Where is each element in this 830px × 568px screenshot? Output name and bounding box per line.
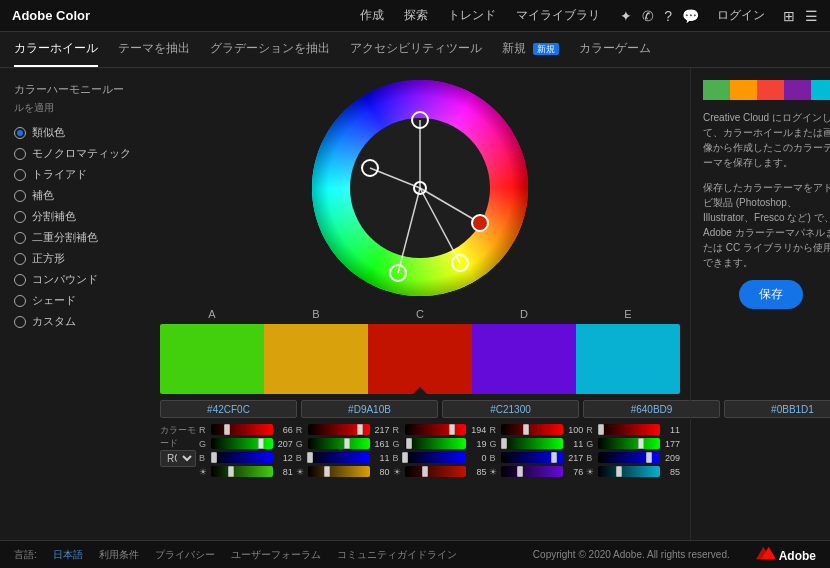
harmony-label: カラーハーモニールー	[14, 82, 136, 97]
radio-square[interactable]	[14, 253, 26, 265]
slider-track-0-0[interactable]	[211, 424, 273, 435]
radio-double-split[interactable]	[14, 232, 26, 244]
hex-input-a[interactable]	[160, 400, 297, 418]
slider-row-3-3: ☀76	[489, 466, 583, 477]
preview-swatch-5	[811, 80, 830, 100]
slider-track-1-1[interactable]	[308, 438, 370, 449]
harmony-complementary[interactable]: 補色	[14, 188, 136, 203]
footer-lang-link[interactable]: 日本語	[53, 548, 83, 562]
preview-swatch-4	[784, 80, 811, 100]
harmony-square[interactable]: 正方形	[14, 251, 136, 266]
adobe-logo: Adobe	[756, 546, 816, 563]
harmony-custom[interactable]: カスタム	[14, 314, 136, 329]
slider-track-2-0[interactable]	[405, 424, 467, 435]
chat-icon[interactable]: 💬	[682, 8, 699, 24]
harmony-triad[interactable]: トライアド	[14, 167, 136, 182]
slider-track-4-1[interactable]	[598, 438, 660, 449]
swatch-a[interactable]	[160, 324, 264, 394]
swatches-area: A B C D E	[160, 308, 680, 418]
slider-col-0: R66G207B12☀81	[199, 424, 293, 477]
slider-row-4-3: ☀85	[586, 466, 680, 477]
menu-icon[interactable]: ☰	[805, 8, 818, 24]
slider-row-0-2: B12	[199, 452, 293, 463]
nav-mylibrary[interactable]: マイライブラリ	[516, 7, 600, 24]
preview-swatches	[703, 80, 830, 100]
slider-track-1-3[interactable]	[308, 466, 370, 477]
tab-new[interactable]: 新規 新規	[502, 32, 559, 67]
radio-triad[interactable]	[14, 169, 26, 181]
slider-track-2-1[interactable]	[405, 438, 467, 449]
slider-track-3-3[interactable]	[501, 466, 563, 477]
harmony-monochromatic[interactable]: モノクロマティック	[14, 146, 136, 161]
slider-val-3-1: 11	[565, 439, 583, 449]
slider-track-3-2[interactable]	[501, 452, 563, 463]
radio-custom[interactable]	[14, 316, 26, 328]
radio-analogous[interactable]	[14, 127, 26, 139]
tabs-bar: カラーホイール テーマを抽出 グラデーションを抽出 アクセシビリティツール 新規…	[0, 32, 830, 68]
swatch-b[interactable]	[264, 324, 368, 394]
radio-complementary[interactable]	[14, 190, 26, 202]
slider-track-1-2[interactable]	[308, 452, 370, 463]
slider-val-0-1: 207	[275, 439, 293, 449]
nav-explore[interactable]: 探索	[404, 7, 428, 24]
slider-track-1-0[interactable]	[308, 424, 370, 435]
swatch-label-e: E	[576, 308, 680, 320]
radio-inner-analogous	[17, 130, 23, 136]
footer-forum[interactable]: ユーザーフォーラム	[231, 548, 321, 562]
swatch-d[interactable]	[472, 324, 576, 394]
swatch-e[interactable]	[576, 324, 680, 394]
slider-track-3-1[interactable]	[501, 438, 563, 449]
new-badge: 新規	[533, 43, 559, 55]
slider-track-3-0[interactable]	[501, 424, 563, 435]
login-button[interactable]: ログイン	[717, 7, 765, 24]
save-button[interactable]: 保存	[739, 280, 803, 309]
channel-label-3-3: ☀	[489, 467, 499, 477]
harmony-shades[interactable]: シェード	[14, 293, 136, 308]
slider-track-4-2[interactable]	[598, 452, 660, 463]
channel-label-4-1: G	[586, 439, 596, 449]
color-wheel[interactable]	[310, 78, 530, 298]
tab-colorwheel[interactable]: カラーホイール	[14, 32, 98, 67]
phone-icon[interactable]: ✆	[642, 8, 654, 24]
tab-colorgame[interactable]: カラーゲーム	[579, 32, 651, 67]
grid-icon[interactable]: ⊞	[783, 8, 795, 24]
slider-row-1-2: B11	[296, 452, 390, 463]
colormode-select[interactable]: RGB ▾	[160, 450, 196, 467]
tab-extract-theme[interactable]: テーマを抽出	[118, 32, 190, 67]
slider-thumb-3-0	[523, 424, 529, 435]
radio-split[interactable]	[14, 211, 26, 223]
help-icon[interactable]: ?	[664, 8, 672, 24]
slider-thumb-4-3	[616, 466, 622, 477]
footer-community[interactable]: コミュニティガイドライン	[337, 548, 457, 562]
slider-row-1-0: R217	[296, 424, 390, 435]
radio-compound[interactable]	[14, 274, 26, 286]
slider-track-4-3[interactable]	[598, 466, 660, 477]
harmony-split[interactable]: 分割補色	[14, 209, 136, 224]
slider-val-4-3: 85	[662, 467, 680, 477]
swatch-c[interactable]	[368, 324, 472, 394]
channel-label-1-3: ☀	[296, 467, 306, 477]
tab-extract-gradient[interactable]: グラデーションを抽出	[210, 32, 330, 67]
globe-icon[interactable]: ✦	[620, 8, 632, 24]
hex-input-c[interactable]	[442, 400, 579, 418]
slider-track-2-3[interactable]	[405, 466, 467, 477]
slider-row-2-2: B0	[393, 452, 487, 463]
slider-val-4-0: 11	[662, 425, 680, 435]
tab-accessibility[interactable]: アクセシビリティツール	[350, 32, 482, 67]
preview-swatch-2	[730, 80, 757, 100]
footer-terms[interactable]: 利用条件	[99, 548, 139, 562]
harmony-compound[interactable]: コンパウンド	[14, 272, 136, 287]
slider-track-4-0[interactable]	[598, 424, 660, 435]
radio-monochromatic[interactable]	[14, 148, 26, 160]
hex-input-b[interactable]	[301, 400, 438, 418]
nav-trend[interactable]: トレンド	[448, 7, 496, 24]
slider-track-0-3[interactable]	[211, 466, 273, 477]
radio-shades[interactable]	[14, 295, 26, 307]
footer-privacy[interactable]: プライバシー	[155, 548, 215, 562]
harmony-analogous[interactable]: 類似色	[14, 125, 136, 140]
slider-track-0-2[interactable]	[211, 452, 273, 463]
harmony-double-split[interactable]: 二重分割補色	[14, 230, 136, 245]
slider-track-2-2[interactable]	[405, 452, 467, 463]
slider-track-0-1[interactable]	[211, 438, 273, 449]
nav-create[interactable]: 作成	[360, 7, 384, 24]
